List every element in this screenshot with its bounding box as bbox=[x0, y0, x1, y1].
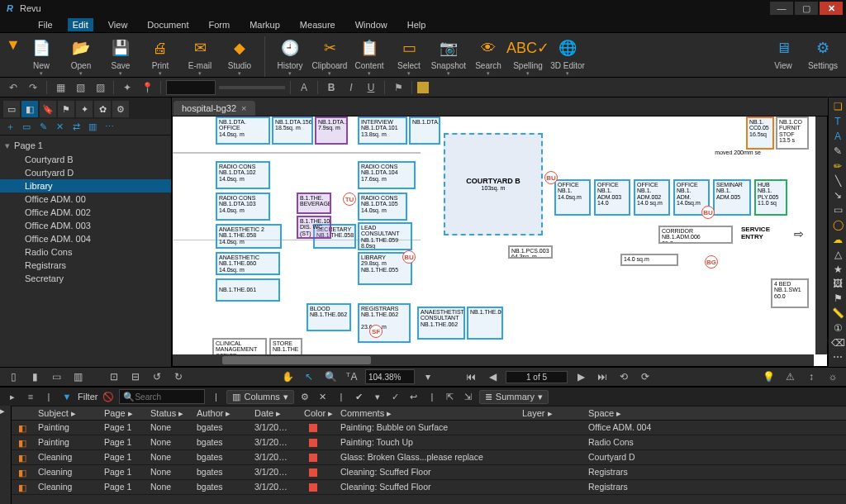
markup-badge[interactable]: BU bbox=[544, 171, 558, 184]
filter-clear-icon[interactable]: 🚫 bbox=[101, 389, 116, 404]
tool-erase[interactable]: ⌫ bbox=[830, 336, 845, 349]
ribbon-clipboard[interactable]: ✂Clipboard▾ bbox=[311, 36, 348, 77]
menu-help[interactable]: Help bbox=[402, 18, 431, 31]
tool-pen[interactable]: ✎ bbox=[830, 145, 845, 157]
zoom-dropdown-icon[interactable]: ▾ bbox=[420, 369, 436, 384]
ribbon-dropdown-icon[interactable]: ▼ bbox=[5, 36, 21, 54]
color-swatch[interactable] bbox=[417, 82, 429, 93]
tool-more[interactable]: ⋯ bbox=[830, 351, 845, 364]
mk-settings-icon[interactable]: ⚙ bbox=[297, 389, 312, 404]
ribbon-3d-editor[interactable]: 🌐3D Editor▾ bbox=[549, 36, 586, 77]
markup-col-page[interactable]: Page ▸ bbox=[99, 407, 145, 420]
mk-clear-icon[interactable]: ✕ bbox=[316, 389, 330, 404]
room-region[interactable]: ANAESTHETISTCONSULTANTNB.1.THE.062 bbox=[417, 307, 465, 340]
document-tab[interactable]: hospital-bg32 × bbox=[173, 101, 255, 116]
space-tool-b[interactable]: ✎ bbox=[36, 121, 50, 134]
sidebar-tab-search[interactable]: ✿ bbox=[94, 101, 111, 117]
markup-row[interactable]: ◧CleaningPage 1Nonebgates3/1/20…Glass: B… bbox=[12, 450, 846, 465]
tool-highlight[interactable]: ❏ bbox=[830, 101, 845, 113]
tree-root[interactable]: ▾ Page 1 bbox=[0, 139, 171, 153]
stamp-tool[interactable]: ✦ bbox=[119, 80, 135, 95]
opacity-slider[interactable] bbox=[219, 86, 285, 89]
horizontal-scrollbar[interactable] bbox=[173, 354, 814, 366]
markup-search-input[interactable] bbox=[135, 392, 201, 402]
room-region[interactable]: LEADCONSULTANTNB.1.THE.059 8.0sq bbox=[358, 222, 412, 250]
tool-marker[interactable]: ✏ bbox=[830, 159, 845, 172]
fit-width[interactable]: ⊟ bbox=[127, 369, 144, 384]
tool-count[interactable]: ① bbox=[830, 321, 845, 334]
mk-check-icon[interactable]: ✓ bbox=[388, 389, 403, 404]
zoom-tool[interactable]: 🔍 bbox=[322, 369, 339, 384]
tree-item[interactable]: Office ADM. 004 bbox=[0, 232, 171, 245]
flag-tool[interactable]: ⚑ bbox=[390, 80, 406, 95]
menu-markup[interactable]: Markup bbox=[245, 18, 285, 31]
room-region[interactable]: 4 BEDNB.1.SW160.0 bbox=[771, 278, 809, 308]
sidebar-tab-thumbnails[interactable]: ▭ bbox=[3, 101, 20, 117]
room-region[interactable]: HUBNB.1.PLY.00511.0 sq bbox=[754, 179, 787, 216]
menu-window[interactable]: Window bbox=[350, 18, 392, 31]
mk-export-icon[interactable]: ⇲ bbox=[461, 389, 476, 404]
room-region[interactable]: B.1.THE.BEVERAGE bbox=[297, 193, 331, 214]
room-region[interactable]: CORRIDORNB.1.ADM.00629.7sq. m bbox=[658, 226, 733, 244]
room-region[interactable]: NB.1.DTA.1017.9sq. m bbox=[315, 116, 348, 145]
space-tool-c[interactable]: ✕ bbox=[53, 121, 66, 134]
ribbon-select[interactable]: ▭Select▾ bbox=[391, 36, 427, 77]
ribbon-snapshot[interactable]: 📷Snapshot▾ bbox=[430, 36, 467, 77]
sidebar-tab-settings[interactable]: ⚙ bbox=[112, 101, 129, 117]
tool-rect[interactable]: ▭ bbox=[830, 204, 845, 216]
pan-tool[interactable]: ✋ bbox=[279, 369, 296, 384]
window-close-button[interactable]: ✕ bbox=[820, 2, 843, 15]
tree-item[interactable]: Library bbox=[0, 179, 171, 193]
room-region[interactable]: ANAESTHETICNB.1.THE.06014.0sq. m bbox=[216, 252, 280, 275]
sync-icon[interactable]: ↕ bbox=[803, 369, 820, 384]
tree-item[interactable]: Radio Cons bbox=[0, 245, 171, 259]
page-indicator[interactable]: 1 of 5 bbox=[506, 371, 568, 383]
tool-stamp[interactable]: ★ bbox=[830, 263, 845, 275]
zoom-input[interactable] bbox=[365, 369, 415, 384]
window-maximize-button[interactable]: ▢ bbox=[795, 2, 818, 15]
menu-file[interactable]: File bbox=[33, 18, 58, 31]
room-region[interactable]: OFFICENB.1.ADM.00214.0 sq.m bbox=[634, 179, 670, 216]
undo-button[interactable]: ↶ bbox=[5, 80, 21, 95]
prev-page-button[interactable]: ◀ bbox=[484, 369, 501, 384]
markup-row[interactable]: ◧CleaningPage 1Nonebgates3/1/20…Cleaning… bbox=[12, 480, 846, 495]
sidebar-tab-layers[interactable]: ◧ bbox=[21, 101, 38, 117]
ribbon-open[interactable]: 📂Open▾ bbox=[63, 36, 99, 77]
rotate-ccw[interactable]: ↺ bbox=[149, 369, 165, 384]
room-region[interactable]: NB.1.DTA.OFFICE14.0sq. m bbox=[216, 116, 270, 145]
italic-button[interactable]: I bbox=[343, 80, 359, 95]
document-viewport[interactable]: NB.1.DTA.OFFICE14.0sq. mNB.1.DTA.15618.5… bbox=[172, 116, 828, 367]
dim-icon[interactable]: ☼ bbox=[825, 369, 841, 384]
mk-reply-icon[interactable]: ↩ bbox=[406, 389, 421, 404]
room-region[interactable]: NB.1.COFURNITSTOF13.5 s bbox=[776, 116, 809, 150]
columns-chip[interactable]: ▥ Columns ▾ bbox=[226, 390, 293, 404]
room-region[interactable]: NB.1.DTA.15618.5sq. m bbox=[272, 116, 313, 145]
ribbon-studio[interactable]: ◆Studio▾ bbox=[221, 36, 258, 77]
tool-flag[interactable]: ⚑ bbox=[830, 292, 845, 305]
room-region[interactable]: RADIO CONSNB.1.DTA.10214.0sq. m bbox=[216, 161, 270, 189]
toggle-c[interactable]: ▨ bbox=[92, 80, 108, 95]
menu-form[interactable]: Form bbox=[204, 18, 235, 31]
markup-col-subject[interactable]: Subject ▸ bbox=[33, 407, 99, 420]
room-region[interactable]: INTERVIEWNB.1.DTA.10113.8sq. m bbox=[358, 116, 407, 145]
room-region[interactable]: 14.0 sq.m bbox=[620, 254, 678, 266]
mk-status-drop[interactable]: ▾ bbox=[370, 389, 385, 404]
room-region[interactable]: OFFICENB.1.14.0sq.m bbox=[554, 179, 591, 216]
tree-item[interactable]: Courtyard B bbox=[0, 153, 171, 166]
ribbon-print[interactable]: 🖨Print▾ bbox=[142, 36, 178, 77]
tool-measure[interactable]: 📏 bbox=[830, 307, 845, 320]
split-view-d[interactable]: ▥ bbox=[69, 369, 86, 384]
summary-chip[interactable]: ≣ Summary ▾ bbox=[479, 390, 549, 404]
ribbon-content[interactable]: 📋Content▾ bbox=[351, 36, 387, 77]
markup-col-layer[interactable]: Layer ▸ bbox=[517, 407, 583, 420]
tree-item[interactable]: Office ADM. 00 bbox=[0, 193, 171, 206]
sidebar-tab-bookmarks[interactable]: 🔖 bbox=[40, 101, 56, 117]
toggle-b[interactable]: ▧ bbox=[72, 80, 88, 95]
room-region[interactable]: RADIO CONSNB.1.DTA.10417.6sq. m bbox=[358, 161, 416, 189]
sidebar-tab-properties[interactable]: ✦ bbox=[76, 101, 93, 117]
tool-cloud[interactable]: ☁ bbox=[830, 233, 845, 245]
menu-document[interactable]: Document bbox=[142, 18, 193, 31]
last-page-button[interactable]: ⏭ bbox=[594, 369, 611, 384]
window-minimize-button[interactable]: — bbox=[770, 2, 793, 15]
tool-image[interactable]: 🖼 bbox=[830, 278, 845, 290]
